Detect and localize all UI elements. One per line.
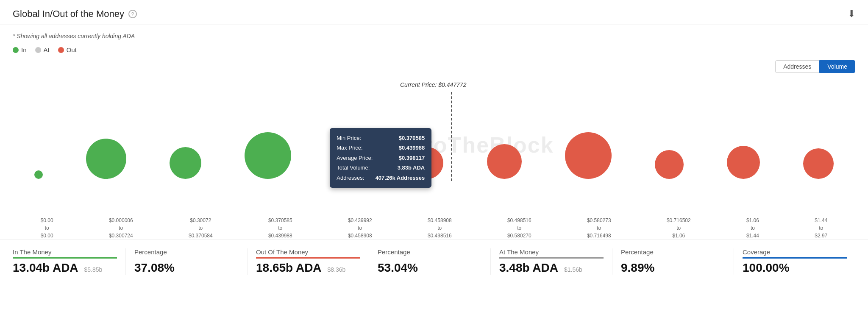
tooltip-addr-val: 407.26k Addresses <box>376 173 425 183</box>
bubble-col-9 <box>727 146 760 179</box>
stat-at-sub: $1.56b <box>564 266 582 273</box>
bubble-col-6 <box>487 144 522 179</box>
stat-in-sub: $5.85b <box>84 266 103 273</box>
stat-at-value: 3.48b ADA <box>499 261 558 275</box>
stat-at-the-money: At The Money 3.48b ADA $1.56b <box>491 248 612 275</box>
legend-item-at: At <box>35 46 50 53</box>
help-icon[interactable]: ? <box>128 10 137 18</box>
bubble-col-3 <box>245 132 291 179</box>
price-label-2: $0.30072to$0.370584 <box>189 217 213 239</box>
price-label-0: $0.00to$0.00 <box>41 217 53 239</box>
stat-out-pct-label: Percentage <box>378 248 482 259</box>
legend-label-in: In <box>21 46 27 53</box>
bubble-7 <box>565 132 612 179</box>
tooltip-addr-label: Addresses: <box>337 173 364 183</box>
price-label-8: $0.716502to$1.06 <box>667 217 691 239</box>
tooltip-vol-val: 3.83b ADA <box>398 163 425 173</box>
tooltip-avg-label: Average Price: <box>337 153 373 163</box>
legend: In At Out <box>0 43 868 60</box>
tooltip-avg-val: $0.398117 <box>399 153 425 163</box>
stat-out-value: 18.65b ADA <box>256 261 322 275</box>
tooltip-min-val: $0.370585 <box>399 133 425 143</box>
legend-label-at: At <box>44 46 50 53</box>
page-title: Global In/Out of the Money <box>13 8 124 19</box>
stat-in-pct-label: Percentage <box>134 248 239 259</box>
tooltip-max-label: Max Price: <box>337 143 362 153</box>
header: Global In/Out of the Money ? ⬇ <box>0 0 868 25</box>
bubble-9 <box>727 146 760 179</box>
stat-in-pct: 37.08% <box>134 261 175 274</box>
legend-dot-at <box>35 47 41 53</box>
tooltip-vol-label: Total Volume: <box>337 163 370 173</box>
bubble-col-10 <box>803 148 834 179</box>
stat-at-label: At The Money <box>499 248 604 259</box>
stats-bar: In The Money 13.04b ADA $5.85b Percentag… <box>0 239 868 283</box>
stat-coverage-label: Coverage <box>743 248 847 259</box>
stat-in-the-money: In The Money 13.04b ADA $5.85b <box>13 248 126 275</box>
stat-out-the-money: Out Of The Money 18.65b ADA $8.36b <box>248 248 369 275</box>
subtitle-text: * Showing all addresses currently holdin… <box>0 25 868 43</box>
bubble-6 <box>487 144 522 179</box>
stat-out-sub: $8.36b <box>328 266 346 273</box>
bubble-col-1 <box>86 139 126 179</box>
addresses-button[interactable]: Addresses <box>775 60 819 73</box>
tooltip: Min Price: $0.370585 Max Price: $0.43998… <box>330 128 431 188</box>
stat-in-value: 13.04b ADA <box>13 261 78 275</box>
header-left: Global In/Out of the Money ? <box>13 8 137 19</box>
price-label-10: $1.44to$2.97 <box>815 217 827 239</box>
bubble-8 <box>655 150 684 179</box>
price-label-4: $0.439992to$0.458908 <box>348 217 372 239</box>
legend-dot-out <box>58 47 64 53</box>
bubbles-container <box>13 81 855 179</box>
volume-button[interactable]: Volume <box>819 60 855 73</box>
stat-out-pct: 53.04% <box>378 261 418 274</box>
bubble-1 <box>86 139 126 179</box>
price-label-6: $0.498516to$0.580270 <box>507 217 531 239</box>
stat-coverage-pct: 100.00% <box>743 261 790 274</box>
price-label-1: $0.000006to$0.300724 <box>109 217 133 239</box>
stat-out-label: Out Of The Money <box>256 248 360 259</box>
stat-at-pct-label: Percentage <box>621 248 725 259</box>
download-icon[interactable]: ⬇ <box>848 8 855 19</box>
bubble-10 <box>803 148 834 179</box>
legend-item-out: Out <box>58 46 77 53</box>
bubble-col-0 <box>34 170 43 179</box>
price-label-7: $0.580273to$0.716498 <box>587 217 611 239</box>
bubble-col-2 <box>170 147 201 179</box>
chart-area: Current Price: $0.447772 IntoTheBlock Mi… <box>0 77 868 213</box>
bubble-0 <box>34 170 43 179</box>
tooltip-max-val: $0.439988 <box>399 143 425 153</box>
stat-out-pct-group: Percentage 53.04% <box>369 248 491 275</box>
price-labels-row: $0.00to$0.00$0.000006to$0.300724$0.30072… <box>0 213 868 239</box>
price-label-9: $1.06to$1.44 <box>746 217 759 239</box>
stat-in-pct-group: Percentage 37.08% <box>126 248 248 275</box>
bubble-col-8 <box>655 150 684 179</box>
bubble-2 <box>170 147 201 179</box>
bubble-3 <box>245 132 291 179</box>
legend-item-in: In <box>13 46 27 53</box>
stat-at-pct-group: Percentage 9.89% <box>612 248 734 275</box>
stat-at-pct: 9.89% <box>621 261 654 274</box>
stat-coverage: Coverage 100.00% <box>734 248 855 275</box>
legend-label-out: Out <box>67 46 77 53</box>
bubble-col-7 <box>565 132 612 179</box>
price-label-3: $0.370585to$0.439988 <box>268 217 292 239</box>
price-label-5: $0.458908to$0.498516 <box>428 217 452 239</box>
legend-dot-in <box>13 47 19 53</box>
stat-in-label: In The Money <box>13 248 117 259</box>
tooltip-min-label: Min Price: <box>337 133 361 143</box>
controls: Addresses Volume <box>0 60 868 77</box>
